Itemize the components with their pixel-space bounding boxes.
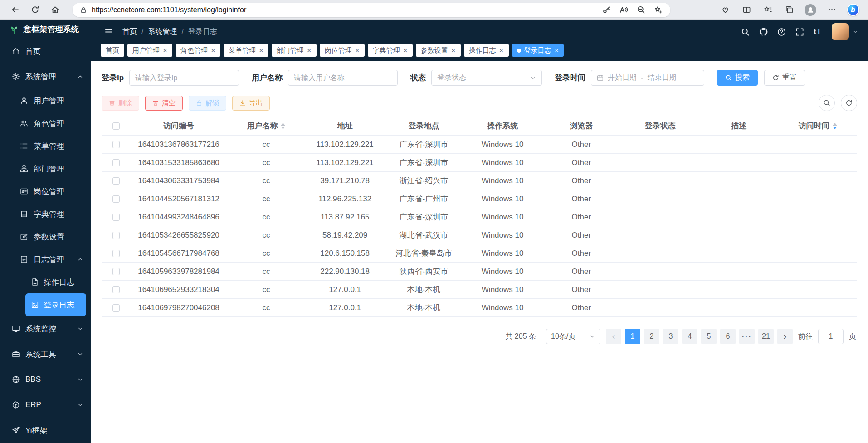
sidebar-item-dept-mgmt[interactable]: 部门管理 [0, 157, 91, 180]
unlock-button[interactable]: 解锁 [189, 96, 226, 111]
breadcrumb-home[interactable]: 首页 [122, 27, 137, 37]
username-input[interactable] [288, 70, 398, 86]
row-checkbox[interactable] [112, 159, 120, 166]
tab-item-3[interactable]: 菜单管理× [224, 44, 268, 57]
github-icon[interactable] [756, 24, 771, 39]
row-checkbox[interactable] [112, 268, 120, 275]
select-all-checkbox[interactable] [112, 122, 120, 130]
copilot-icon[interactable]: b [845, 2, 861, 18]
sidebar-item-yi-framework[interactable]: Yi框架 [0, 418, 91, 443]
tab-item-9[interactable]: 登录日志× [512, 44, 564, 57]
pager-page-21[interactable]: 21 [758, 329, 774, 344]
row-checkbox[interactable] [112, 214, 120, 221]
tab-close-icon[interactable]: × [403, 47, 408, 54]
profile-avatar[interactable] [803, 2, 818, 18]
tab-item-5[interactable]: 岗位管理× [320, 44, 365, 57]
tab-close-icon[interactable]: × [451, 47, 456, 54]
refresh-button[interactable] [27, 2, 43, 18]
search-button[interactable]: 搜索 [717, 70, 758, 86]
clear-button[interactable]: 清空 [145, 96, 183, 111]
favorites-icon[interactable] [760, 2, 775, 18]
breadcrumb-system-mgmt[interactable]: 系统管理 [148, 27, 177, 37]
sidebar-item-dict-mgmt[interactable]: 字典管理 [0, 203, 91, 225]
browser-menu-icon[interactable] [824, 2, 839, 18]
font-size-icon[interactable]: tT [810, 24, 825, 39]
add-favorite-icon[interactable] [651, 3, 665, 17]
sidebar-item-home[interactable]: 首页 [0, 39, 91, 64]
status-select[interactable]: 登录状态 [431, 70, 542, 86]
row-checkbox[interactable] [112, 141, 120, 148]
date-range-picker[interactable]: 开始日期 - 结束日期 [591, 70, 704, 86]
read-aloud-icon[interactable] [617, 3, 630, 17]
sidebar-item-erp[interactable]: ERP [0, 392, 91, 418]
sidebar-item-role-mgmt[interactable]: 角色管理 [0, 112, 91, 135]
refresh-table-button[interactable] [841, 95, 857, 111]
sidebar-item-post-mgmt[interactable]: 岗位管理 [0, 180, 91, 203]
row-checkbox[interactable] [112, 195, 120, 203]
sidebar-item-menu-mgmt[interactable]: 菜单管理 [0, 135, 91, 157]
sidebar-item-log-mgmt[interactable]: 日志管理 [0, 248, 91, 271]
tab-close-icon[interactable]: × [307, 47, 312, 54]
pager-page-5[interactable]: 5 [701, 329, 717, 344]
tab-item-4[interactable]: 部门管理× [272, 44, 317, 57]
sort-carets-icon[interactable] [833, 123, 837, 129]
pager-next-icon[interactable]: › [777, 329, 793, 344]
pager-page-2[interactable]: 2 [644, 329, 659, 344]
pager-page-6[interactable]: 6 [720, 329, 736, 344]
tab-close-icon[interactable]: × [355, 47, 360, 54]
tab-close-icon[interactable]: × [211, 47, 215, 54]
tab-item-2[interactable]: 角色管理× [176, 44, 220, 57]
pager-more-icon[interactable]: ··· [739, 329, 755, 344]
pager-page-4[interactable]: 4 [682, 329, 697, 344]
page-size-select[interactable]: 10条/页 [546, 329, 600, 344]
tab-close-icon[interactable]: × [259, 47, 263, 54]
user-avatar[interactable] [832, 23, 849, 40]
sidebar-item-param-settings[interactable]: 参数设置 [0, 225, 91, 248]
sidebar-toggle-icon[interactable] [101, 24, 116, 39]
sidebar-item-bbs[interactable]: BBS [0, 367, 91, 392]
tab-close-icon[interactable]: × [555, 47, 559, 54]
password-key-icon[interactable] [600, 3, 613, 17]
delete-button[interactable]: 删除 [102, 96, 139, 111]
tab-item-7[interactable]: 参数设置× [416, 44, 461, 57]
tab-close-icon[interactable]: × [163, 47, 167, 54]
site-info-icon[interactable] [80, 6, 87, 14]
browser-essentials-icon[interactable] [717, 2, 733, 18]
home-button[interactable] [47, 2, 63, 18]
row-checkbox[interactable] [112, 304, 120, 312]
tab-close-icon[interactable]: × [499, 47, 504, 54]
column-header[interactable]: 访问时间 [778, 121, 857, 131]
split-screen-icon[interactable] [739, 2, 754, 18]
tab-item-0[interactable]: 首页 [101, 44, 124, 57]
fullscreen-icon[interactable] [792, 24, 807, 39]
sort-carets-icon[interactable] [281, 123, 285, 129]
sidebar-item-system-tools[interactable]: 系统工具 [0, 341, 91, 367]
column-header[interactable]: 用户名称 [227, 121, 306, 131]
address-bar[interactable]: https://ccnetcore.com:1101/system/log/lo… [73, 3, 670, 17]
zoom-out-icon[interactable] [634, 3, 648, 17]
row-checkbox[interactable] [112, 250, 120, 257]
sidebar-item-login-log[interactable]: 登录日志 [25, 293, 86, 316]
sidebar-item-system-monitor[interactable]: 系统监控 [0, 316, 91, 341]
pager-page-3[interactable]: 3 [663, 329, 678, 344]
export-button[interactable]: 导出 [232, 96, 270, 111]
toggle-search-button[interactable] [819, 95, 835, 111]
sidebar-item-operation-log[interactable]: 操作日志 [25, 271, 86, 293]
help-icon[interactable] [774, 24, 789, 39]
sidebar-item-user-mgmt[interactable]: 用户管理 [0, 89, 91, 112]
tab-item-1[interactable]: 用户管理× [127, 44, 172, 57]
reset-button[interactable]: 重置 [764, 70, 805, 86]
pager-page-1[interactable]: 1 [625, 329, 640, 344]
login-ip-input[interactable] [129, 70, 239, 86]
row-checkbox[interactable] [112, 232, 120, 239]
tab-item-8[interactable]: 操作日志× [464, 44, 509, 57]
back-button[interactable] [7, 2, 23, 18]
tab-item-6[interactable]: 字典管理× [368, 44, 413, 57]
goto-input[interactable] [818, 329, 844, 344]
pager-prev-icon[interactable]: ‹ [606, 329, 621, 344]
collections-icon[interactable] [781, 2, 797, 18]
search-icon[interactable] [737, 24, 753, 39]
row-checkbox[interactable] [112, 177, 120, 185]
row-checkbox[interactable] [112, 286, 120, 293]
sidebar-item-system-mgmt[interactable]: 系统管理 [0, 64, 91, 89]
